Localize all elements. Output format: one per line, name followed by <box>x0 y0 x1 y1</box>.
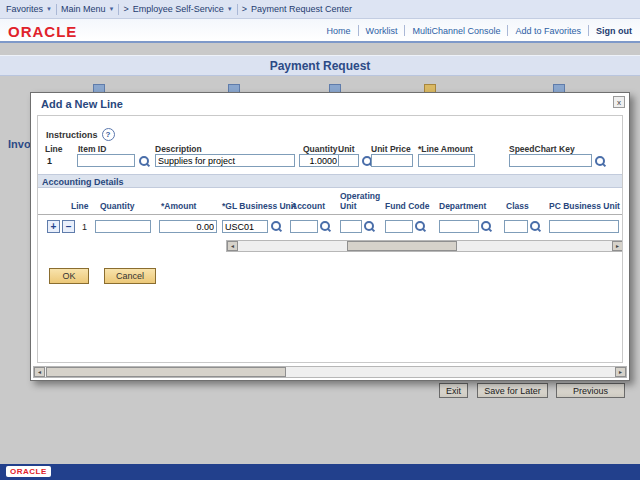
footer-bar: ORACLE <box>0 464 640 480</box>
fund-code-lookup-icon[interactable] <box>414 220 427 233</box>
previous-button[interactable]: Previous <box>556 383 625 398</box>
accounting-details-title: Accounting Details <box>42 177 124 187</box>
separator <box>588 25 589 36</box>
chevron-down-icon: ▼ <box>109 6 115 12</box>
breadcrumb-employee-self-service[interactable]: Employee Self-Service ▼ <box>133 4 233 14</box>
gl-business-unit-lookup-icon[interactable] <box>270 220 283 233</box>
help-icon[interactable]: ? <box>102 128 115 141</box>
exit-button[interactable]: Exit <box>439 383 468 398</box>
col-department: Department <box>439 202 486 212</box>
unit-label: Unit <box>338 144 355 154</box>
breadcrumb-label: Payment Request Center <box>251 4 352 14</box>
breadcrumb-favorites[interactable]: Favorites ▼ <box>6 4 52 14</box>
line-amount-input[interactable] <box>418 154 475 167</box>
speedchart-key-label: SpeedChart Key <box>509 144 575 154</box>
description-input[interactable] <box>155 154 295 167</box>
grid-scrollbar[interactable]: ◄ ► <box>226 240 623 252</box>
speedchart-lookup-icon[interactable] <box>594 155 607 168</box>
scroll-left-icon[interactable]: ◄ <box>34 367 45 377</box>
item-id-lookup-icon[interactable] <box>138 155 151 168</box>
row-line-number: 1 <box>82 222 87 232</box>
item-id-input[interactable] <box>77 154 135 167</box>
oracle-logo: ORACLE <box>8 23 77 40</box>
remove-row-button[interactable]: – <box>62 220 75 233</box>
link-sign-out[interactable]: Sign out <box>596 26 632 36</box>
breadcrumb-label: Favorites <box>6 4 43 14</box>
col-gl-business-unit: *GL Business Unit <box>222 202 296 212</box>
breadcrumb-label: Employee Self-Service <box>133 4 224 14</box>
row-pc-business-unit-input[interactable] <box>549 220 619 233</box>
item-id-label: Item ID <box>78 144 106 154</box>
breadcrumb-payment-request-center[interactable]: Payment Request Center <box>251 4 352 14</box>
class-lookup-icon[interactable] <box>529 220 542 233</box>
col-quantity: Quantity <box>100 202 134 212</box>
link-add-to-favorites[interactable]: Add to Favorites <box>515 26 581 36</box>
col-amount: *Amount <box>161 202 196 212</box>
separator <box>404 25 405 36</box>
add-new-line-dialog: Add a New Line x Instructions ? Line Ite… <box>30 92 630 381</box>
unit-price-input[interactable] <box>371 154 413 167</box>
header-links: Home Worklist MultiChannel Console Add t… <box>327 25 632 36</box>
accounting-details-band: Accounting Details <box>38 174 623 188</box>
row-department-input[interactable] <box>439 220 479 233</box>
department-lookup-icon[interactable] <box>480 220 493 233</box>
row-fund-code-input[interactable] <box>385 220 413 233</box>
section-label-invoice: Invo <box>8 138 32 150</box>
breadcrumb-arrow-icon: > <box>242 4 247 14</box>
col-line: Line <box>71 202 88 212</box>
link-multichannel-console[interactable]: MultiChannel Console <box>412 26 500 36</box>
header-bar: ORACLE Home Worklist MultiChannel Consol… <box>0 19 640 43</box>
line-label: Line <box>45 144 62 154</box>
breadcrumb-arrow-icon: > <box>123 4 128 14</box>
row-operating-unit-input[interactable] <box>340 220 362 233</box>
speedchart-key-input[interactable] <box>509 154 592 167</box>
breadcrumb-main-menu[interactable]: Main Menu ▼ <box>61 4 114 14</box>
link-home[interactable]: Home <box>327 26 351 36</box>
page-title-band: Payment Request <box>0 55 640 76</box>
scroll-right-icon[interactable]: ► <box>615 367 626 377</box>
page-title: Payment Request <box>270 59 371 73</box>
separator <box>507 25 508 36</box>
quantity-input[interactable] <box>299 154 340 167</box>
grid-scrollbar-thumb[interactable] <box>347 241 457 251</box>
dialog-scrollbar[interactable]: ◄ ► <box>33 366 627 378</box>
ok-button[interactable]: OK <box>49 268 89 284</box>
dialog-title: Add a New Line <box>41 98 123 110</box>
unit-input[interactable] <box>338 154 359 167</box>
dialog-scrollbar-thumb[interactable] <box>46 367 286 377</box>
dialog-body: Instructions ? Line Item ID Description … <box>37 115 623 363</box>
instructions-label: Instructions <box>46 130 98 140</box>
chevron-down-icon: ▼ <box>227 6 233 12</box>
line-number-value: 1 <box>47 156 52 166</box>
col-class: Class <box>506 202 529 212</box>
oracle-footer-logo: ORACLE <box>6 466 51 477</box>
account-lookup-icon[interactable] <box>319 220 332 233</box>
col-account: Account <box>291 202 325 212</box>
separator <box>118 4 119 15</box>
quantity-label: Quantity <box>303 144 337 154</box>
row-amount-input[interactable] <box>159 220 217 233</box>
cancel-button[interactable]: Cancel <box>104 268 156 284</box>
col-pc-business-unit: PC Business Unit <box>549 202 623 212</box>
separator <box>56 4 57 15</box>
scroll-right-icon[interactable]: ► <box>612 241 623 251</box>
scroll-left-icon[interactable]: ◄ <box>227 241 238 251</box>
instructions-row: Instructions ? <box>46 128 115 141</box>
unit-price-label: Unit Price <box>371 144 411 154</box>
breadcrumb-label: Main Menu <box>61 4 106 14</box>
row-quantity-input[interactable] <box>95 220 151 233</box>
row-class-input[interactable] <box>504 220 528 233</box>
row-gl-business-unit-input[interactable] <box>222 220 268 233</box>
col-fund-code: Fund Code <box>385 202 429 212</box>
col-operating-unit: Operating Unit <box>340 192 376 212</box>
link-worklist[interactable]: Worklist <box>366 26 398 36</box>
close-icon[interactable]: x <box>613 96 625 108</box>
operating-unit-lookup-icon[interactable] <box>363 220 376 233</box>
chevron-down-icon: ▼ <box>46 6 52 12</box>
save-for-later-button[interactable]: Save for Later <box>477 383 548 398</box>
add-row-button[interactable]: + <box>47 220 60 233</box>
separator <box>237 4 238 15</box>
description-label: Description <box>155 144 202 154</box>
line-amount-label: *Line Amount <box>418 144 473 154</box>
row-account-input[interactable] <box>290 220 318 233</box>
